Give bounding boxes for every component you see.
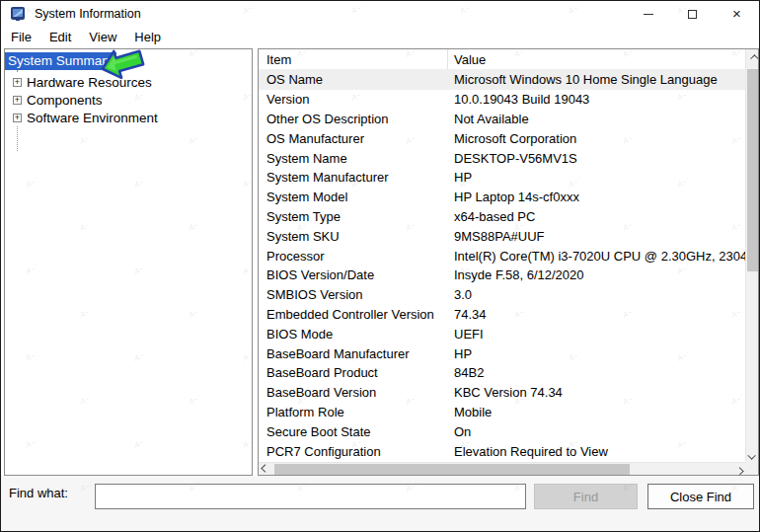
value-cell: 74.34	[448, 307, 745, 322]
find-bar: Find what: Find Close Find Search select…	[1, 476, 760, 532]
find-input[interactable]	[95, 484, 526, 509]
value-cell: KBC Version 74.34	[448, 385, 745, 400]
tree-item-label: Components	[27, 93, 103, 108]
chevron-right-icon	[735, 467, 743, 475]
maximize-icon	[688, 10, 697, 19]
item-cell: System Manufacturer	[259, 170, 448, 185]
tree-item-components[interactable]: +Components	[5, 91, 103, 109]
value-cell: UEFI	[448, 327, 745, 342]
value-cell: Microsoft Windows 10 Home Single Languag…	[448, 72, 745, 87]
item-cell: BaseBoard Version	[259, 385, 448, 400]
app-icon	[10, 6, 26, 22]
item-cell: Other OS Description	[259, 112, 448, 126]
item-cell: System SKU	[259, 229, 448, 244]
scroll-right-button[interactable]	[730, 463, 745, 476]
value-cell: 10.0.19043 Build 19043	[448, 92, 745, 107]
category-tree-panel: System Summary +Hardware Resources+Compo…	[4, 48, 253, 476]
value-cell: HP	[448, 346, 745, 361]
menu-item-file[interactable]: File	[2, 28, 40, 46]
table-row[interactable]: Other OS DescriptionNot Available	[259, 110, 745, 129]
value-cell: 84B2	[448, 365, 745, 380]
value-cell: Not Available	[448, 112, 745, 126]
table-row[interactable]: BaseBoard VersionKBC Version 74.34	[259, 383, 745, 403]
item-cell: BaseBoard Manufacturer	[259, 346, 448, 361]
find-what-label: Find what:	[9, 486, 68, 500]
table-row[interactable]: BaseBoard Product84B2	[259, 363, 745, 383]
item-cell: System Type	[259, 209, 448, 224]
tree-item-hardware-resources[interactable]: +Hardware Resources	[5, 73, 152, 91]
table-row[interactable]: Secure Boot StateOn	[259, 421, 745, 441]
table-row[interactable]: System NameDESKTOP-V56MV1S	[259, 148, 745, 168]
item-cell: PCR7 Configuration	[259, 444, 448, 459]
scrollbar-corner	[745, 462, 758, 475]
table-row[interactable]: System SKU9MS88PA#UUF	[259, 226, 745, 246]
find-button[interactable]: Find	[534, 484, 638, 509]
table-row[interactable]: OS ManufacturerMicrosoft Corporation	[259, 128, 745, 148]
table-row[interactable]: SMBIOS Version3.0	[259, 285, 745, 305]
chevron-up-icon	[750, 54, 758, 62]
menu-item-edit[interactable]: Edit	[40, 28, 80, 46]
tree-item-label: Software Environment	[27, 111, 158, 125]
table-row[interactable]: Platform RoleMobile	[259, 403, 745, 422]
system-information-window: System Information × FileEditViewHelp Sy…	[0, 0, 760, 532]
table-row[interactable]: ProcessorIntel(R) Core(TM) i3-7020U CPU …	[259, 246, 745, 266]
close-button[interactable]: ×	[715, 1, 759, 27]
item-cell: Processor	[259, 249, 448, 264]
item-cell: System Model	[259, 190, 448, 204]
table-row[interactable]: System Typex64-based PC	[259, 207, 745, 227]
item-cell: BaseBoard Product	[259, 365, 448, 380]
item-cell: BIOS Mode	[259, 327, 448, 342]
item-cell: BIOS Version/Date	[259, 267, 448, 282]
scroll-left-button[interactable]	[259, 463, 273, 476]
item-cell: SMBIOS Version	[259, 287, 448, 302]
table-row[interactable]: BIOS Version/DateInsyde F.58, 6/12/2020	[259, 266, 745, 285]
close-find-button[interactable]: Close Find	[647, 484, 754, 509]
chevron-left-icon	[261, 464, 268, 472]
title-bar[interactable]: System Information ×	[1, 1, 759, 27]
item-cell: OS Manufacturer	[259, 131, 448, 146]
value-cell: Insyde F.58, 6/12/2020	[448, 267, 745, 282]
value-cell: Elevation Required to View	[448, 444, 745, 459]
value-cell: HP	[448, 170, 745, 185]
value-cell: Mobile	[448, 405, 745, 419]
menu-bar: FileEditViewHelp	[1, 27, 759, 47]
expand-plus-icon[interactable]: +	[13, 78, 22, 87]
horizontal-scrollbar[interactable]	[259, 462, 745, 475]
column-header-value[interactable]: Value	[448, 49, 745, 69]
tree-item-software-environment[interactable]: +Software Environment	[5, 109, 158, 126]
close-icon: ×	[732, 9, 741, 19]
item-cell: System Name	[259, 151, 448, 166]
table-row[interactable]: System ManufacturerHP	[259, 168, 745, 188]
maximize-button[interactable]	[670, 1, 715, 27]
table-row[interactable]: PCR7 ConfigurationElevation Required to …	[259, 441, 745, 461]
table-row[interactable]: BaseBoard ManufacturerHP	[259, 343, 745, 363]
table-row[interactable]: System ModelHP Laptop 14s-cf0xxx	[259, 188, 745, 207]
vertical-scrollbar[interactable]	[745, 49, 758, 464]
menu-item-view[interactable]: View	[80, 28, 125, 46]
table-row[interactable]: BIOS ModeUEFI	[259, 324, 745, 343]
tree-item-system-summary[interactable]: System Summary	[5, 52, 116, 70]
column-header-item[interactable]: Item	[259, 49, 448, 69]
scroll-up-button[interactable]	[746, 49, 759, 64]
table-row[interactable]: OS NameMicrosoft Windows 10 Home Single …	[259, 70, 745, 90]
item-cell: Embedded Controller Version	[259, 307, 448, 322]
menu-item-help[interactable]: Help	[125, 28, 170, 46]
value-cell: DESKTOP-V56MV1S	[448, 151, 745, 166]
details-panel: Item Value OS NameMicrosoft Windows 10 H…	[258, 48, 759, 476]
table-row[interactable]: Embedded Controller Version74.34	[259, 305, 745, 325]
item-cell: Secure Boot State	[259, 424, 448, 439]
value-cell: x64-based PC	[448, 209, 745, 224]
table-row[interactable]: Version10.0.19043 Build 19043	[259, 90, 745, 110]
value-cell: 9MS88PA#UUF	[448, 229, 745, 244]
minimize-icon	[644, 14, 653, 15]
value-cell: Intel(R) Core(TM) i3-7020U CPU @ 2.30GHz…	[448, 249, 745, 264]
table-header: Item Value	[259, 49, 745, 70]
item-cell: Version	[259, 92, 448, 107]
item-cell: Platform Role	[259, 405, 448, 419]
minimize-button[interactable]	[626, 1, 670, 27]
expand-plus-icon[interactable]: +	[13, 114, 22, 122]
expand-plus-icon[interactable]: +	[13, 96, 22, 105]
horizontal-scrollbar-thumb[interactable]	[274, 464, 630, 475]
vertical-scrollbar-thumb[interactable]	[747, 69, 758, 271]
item-cell: OS Name	[259, 72, 448, 87]
